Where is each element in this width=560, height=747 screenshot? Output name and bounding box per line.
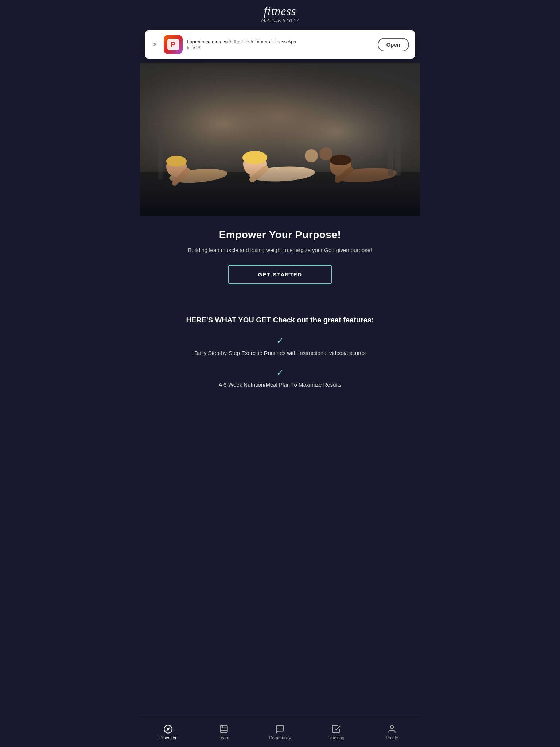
feature-text-1: Daily Step-by-Step Exercise Routines wit…: [149, 349, 411, 357]
features-section: HERE'S WHAT YOU GET Check out the great …: [140, 307, 420, 436]
header-logo: fitness Galatians 5:16-17: [140, 0, 420, 26]
nav-item-tracking[interactable]: Tracking: [308, 717, 364, 747]
nav-item-community[interactable]: Community: [252, 717, 308, 747]
svg-point-17: [305, 149, 318, 162]
banner-close-button[interactable]: ×: [151, 40, 159, 49]
feature-item-2: ✓ A 6-Week Nutrition/Meal Plan To Maximi…: [149, 368, 411, 389]
bottom-navigation: Discover Learn Community Tracking: [140, 717, 420, 747]
nav-label-community: Community: [269, 735, 291, 740]
app-install-banner: × P Experience more with the Flesh Tamer…: [145, 30, 415, 59]
app-icon: P: [164, 35, 183, 54]
profile-icon: [387, 724, 397, 734]
nav-item-discover[interactable]: Discover: [140, 717, 196, 747]
svg-point-31: [281, 728, 281, 728]
nav-item-profile[interactable]: Profile: [364, 717, 420, 747]
svg-marker-24: [166, 727, 170, 731]
svg-rect-22: [140, 165, 420, 216]
feature-text-2: A 6-Week Nutrition/Meal Plan To Maximize…: [149, 381, 411, 389]
community-icon: [275, 724, 285, 734]
check-icon-1: ✓: [149, 336, 411, 346]
nav-item-learn[interactable]: Learn: [196, 717, 252, 747]
logo-text: fitness: [140, 4, 420, 18]
main-subtext: Building lean muscle and losing weight t…: [149, 246, 411, 255]
banner-app-name: Experience more with the Flesh Tamers Fi…: [187, 39, 373, 45]
banner-open-button[interactable]: Open: [378, 38, 409, 51]
nav-label-tracking: Tracking: [328, 735, 345, 740]
learn-icon: [219, 724, 229, 734]
nav-label-learn: Learn: [218, 735, 230, 740]
content-section: Empower Your Purpose! Building lean musc…: [140, 216, 420, 307]
nav-label-discover: Discover: [159, 735, 176, 740]
svg-point-15: [330, 155, 351, 165]
nav-label-profile: Profile: [386, 735, 398, 740]
svg-point-32: [390, 725, 394, 729]
check-icon-2: ✓: [149, 368, 411, 378]
get-started-button[interactable]: GET STARTED: [228, 265, 332, 284]
svg-rect-3: [140, 63, 420, 216]
hero-image: [140, 63, 420, 216]
banner-platform: for iOS: [187, 45, 373, 50]
app-icon-inner: P: [167, 39, 179, 50]
svg-point-29: [279, 728, 279, 728]
feature-item-1: ✓ Daily Step-by-Step Exercise Routines w…: [149, 336, 411, 357]
svg-point-11: [242, 151, 267, 164]
banner-text-block: Experience more with the Flesh Tamers Fi…: [187, 39, 373, 50]
tracking-icon: [331, 724, 341, 734]
hero-svg-scene: [140, 63, 420, 216]
logo-subtitle: Galatians 5:16-17: [140, 18, 420, 23]
svg-point-18: [319, 147, 332, 160]
svg-rect-25: [221, 725, 228, 733]
features-heading: HERE'S WHAT YOU GET Check out the great …: [149, 315, 411, 325]
svg-point-30: [280, 728, 280, 728]
main-heading: Empower Your Purpose!: [149, 229, 411, 241]
discover-icon: [163, 724, 173, 734]
